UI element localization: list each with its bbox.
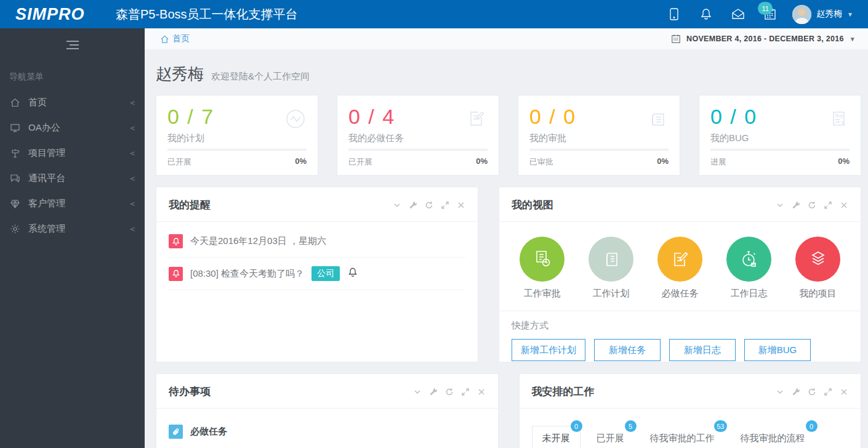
stat-footer-percent: 0% xyxy=(295,157,307,168)
gear-icon xyxy=(9,224,20,235)
refresh-icon[interactable] xyxy=(445,388,454,396)
stat-footer-label: 已开展 xyxy=(348,157,372,168)
stat-footer-label: 已开展 xyxy=(167,157,191,168)
home-icon xyxy=(160,35,169,44)
close-icon[interactable] xyxy=(457,201,465,210)
breadcrumb[interactable]: 首页 xyxy=(160,33,190,44)
calendar-icon[interactable]: 11 xyxy=(757,0,784,28)
chevron-left-icon: < xyxy=(130,174,135,183)
panels-row-2: 待办事项 必做任务 xyxy=(156,373,861,448)
todo-panel: 待办事项 必做任务 xyxy=(156,373,499,448)
progress-bar xyxy=(710,149,850,151)
mobile-icon[interactable] xyxy=(661,0,688,28)
date-range-picker[interactable]: NOVEMBER 4, 2016 - DECEMBER 3, 2016 ▼ xyxy=(671,34,856,44)
add-log-button[interactable]: 新增日志 xyxy=(669,339,736,361)
bell-badge-icon xyxy=(169,267,183,281)
stat-card-approvals[interactable]: 0 / 0 我的审批 已审批 0% xyxy=(518,95,680,176)
app-logo[interactable]: SIMPRO xyxy=(0,5,111,24)
tab-pending-work-approval[interactable]: 待我审批的工作 53 xyxy=(640,426,725,448)
hamburger-icon xyxy=(66,41,79,49)
company-tag[interactable]: 公司 xyxy=(311,266,340,281)
stat-cards-row: 0 / 7 我的计划 已开展 0% 0 / 4 我的必做任务 xyxy=(156,95,861,176)
expand-icon[interactable] xyxy=(824,201,832,210)
expand-icon[interactable] xyxy=(441,201,449,210)
sidebar-item-communication[interactable]: 通讯平台 < xyxy=(0,166,145,191)
collapse-icon[interactable] xyxy=(393,201,401,210)
chevron-down-icon: ▼ xyxy=(850,36,856,43)
panel-title: 我的视图 xyxy=(512,198,553,212)
view-item-plan[interactable]: 工作计划 xyxy=(581,237,641,299)
calendar-badge: 11 xyxy=(758,2,773,15)
chevron-left-icon: < xyxy=(130,224,135,234)
sidebar-item-customers[interactable]: 客户管理 < xyxy=(0,191,145,216)
wrench-icon[interactable] xyxy=(409,201,417,210)
reminder-item[interactable]: 今天是2016年12月03日 ，星期六 xyxy=(169,226,465,258)
expand-icon[interactable] xyxy=(461,388,470,396)
todo-item[interactable]: 必做任务 xyxy=(169,412,486,447)
chat-icon xyxy=(9,173,20,184)
close-icon[interactable] xyxy=(840,388,848,396)
close-icon[interactable] xyxy=(840,201,848,210)
refresh-icon[interactable] xyxy=(808,388,816,396)
view-item-logs[interactable]: 工作日志 xyxy=(718,237,779,299)
sidebar-toggle-button[interactable] xyxy=(0,28,145,62)
tab-started[interactable]: 已开展 5 xyxy=(587,426,634,448)
tab-pending-flow-approval[interactable]: 待我审批的流程 0 xyxy=(731,426,815,448)
mail-icon[interactable] xyxy=(725,0,752,28)
progress-bar xyxy=(167,149,307,151)
date-range-value: NOVEMBER 4, 2016 - DECEMBER 3, 2016 xyxy=(686,35,844,43)
view-item-tasks[interactable]: 必做任务 xyxy=(649,237,710,299)
stat-footer-percent: 0% xyxy=(838,157,850,168)
add-work-plan-button[interactable]: 新增工作计划 xyxy=(512,339,585,361)
panels-row-1: 我的提醒 今天是2016年12月03日 ，星期六 xyxy=(156,187,861,362)
stat-label: 我的BUG xyxy=(710,132,850,144)
sidebar-item-projects[interactable]: 项目管理 < xyxy=(0,141,145,166)
divider xyxy=(499,311,861,311)
stat-card-bugs[interactable]: 0 / 0 我的BUG Bug 进展 0% xyxy=(699,95,861,176)
app-title: 森普P5-Boss员工一体化支撑平台 xyxy=(116,6,661,23)
sidebar-item-oa[interactable]: OA办公 < xyxy=(0,115,145,141)
collapse-icon[interactable] xyxy=(776,388,784,396)
add-bug-button[interactable]: 新增BUG xyxy=(744,339,811,361)
panel-title: 待办事项 xyxy=(169,385,211,399)
view-item-projects[interactable]: 我的项目 xyxy=(787,237,848,299)
add-task-button[interactable]: 新增任务 xyxy=(594,339,661,361)
layers-icon xyxy=(795,237,840,282)
bell-outline-icon[interactable] xyxy=(347,267,358,280)
refresh-icon[interactable] xyxy=(808,201,816,210)
paperclip-badge-icon xyxy=(169,425,183,439)
wrench-icon[interactable] xyxy=(792,388,800,396)
main-content: 首页 NOVEMBER 4, 2016 - DECEMBER 3, 2016 ▼… xyxy=(145,28,868,448)
shortcuts-label: 快捷方式 xyxy=(512,320,848,332)
stat-footer-percent: 0% xyxy=(657,157,669,168)
nav-section-label: 导航菜单 xyxy=(0,62,145,90)
stopwatch-icon xyxy=(726,237,771,282)
wrench-icon[interactable] xyxy=(792,201,800,210)
close-icon[interactable] xyxy=(477,388,486,396)
refresh-icon[interactable] xyxy=(425,201,433,210)
collapse-icon[interactable] xyxy=(413,388,422,396)
chevron-left-icon: < xyxy=(130,199,135,208)
home-icon xyxy=(9,97,20,108)
reminder-item[interactable]: [08:30] 检查今天考勤了吗？ 公司 xyxy=(169,258,465,290)
bell-icon[interactable] xyxy=(693,0,720,28)
stat-card-plans[interactable]: 0 / 7 我的计划 已开展 0% xyxy=(156,95,318,176)
sidebar-item-home[interactable]: 首页 < xyxy=(0,90,145,115)
progress-bar xyxy=(348,149,488,151)
wrench-icon[interactable] xyxy=(429,388,438,396)
panel-tools xyxy=(413,388,486,396)
tab-not-started[interactable]: 未开展 0 xyxy=(532,426,581,448)
chevron-left-icon: < xyxy=(130,149,135,158)
signpost-icon xyxy=(9,148,20,159)
stat-footer-percent: 0% xyxy=(476,157,488,168)
panel-title: 我安排的工作 xyxy=(532,385,595,399)
sidebar-item-system[interactable]: 系统管理 < xyxy=(0,216,145,242)
welcome-heading: 赵秀梅 欢迎登陆&个人工作空间 xyxy=(156,63,861,85)
collapse-icon[interactable] xyxy=(776,201,784,210)
expand-icon[interactable] xyxy=(824,388,832,396)
doc-lines-icon xyxy=(589,237,633,282)
view-item-approval[interactable]: 工作审批 xyxy=(512,237,573,299)
stat-label: 我的计划 xyxy=(167,132,307,144)
stat-card-must-tasks[interactable]: 0 / 4 我的必做任务 已开展 0% xyxy=(337,95,499,176)
user-menu[interactable]: 赵秀梅 ▼ xyxy=(789,5,857,24)
